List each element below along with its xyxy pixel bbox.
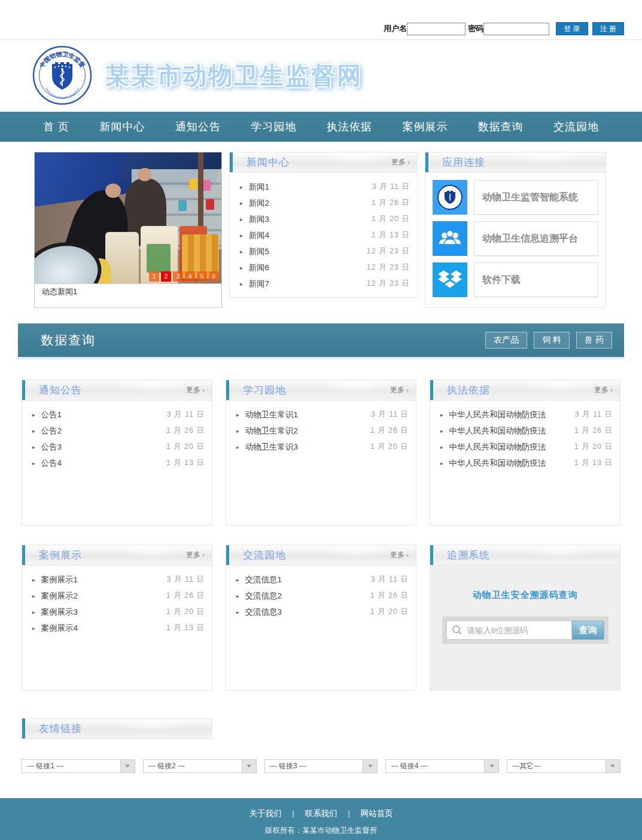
carousel-page[interactable]: 3 — [173, 271, 183, 282]
more-link[interactable]: 更多 › — [390, 550, 409, 560]
friend-link-select[interactable]: --- 链接3 --- — [264, 759, 378, 773]
nav-item[interactable]: 首 页 — [43, 120, 69, 134]
list-item[interactable]: ▸ 新闻4 1 月 13 日 — [237, 227, 410, 243]
list-item[interactable]: ▸ 案例展示4 1 月 13 日 — [29, 620, 205, 636]
panel-friend-links-header: 友情链接 — [22, 718, 212, 739]
trace-heading-link[interactable]: 动物卫生安全溯源码查询 — [430, 566, 620, 601]
footer-link-contact[interactable]: 联系我们 — [305, 809, 337, 818]
panel-accent-bar — [226, 380, 229, 400]
bullet-arrow-icon: ▸ — [240, 216, 243, 222]
dropdown-arrow-icon — [484, 760, 498, 772]
app-link-software-download[interactable]: 软件下载 — [433, 262, 598, 297]
more-link[interactable]: 更多 › — [390, 385, 409, 395]
data-query-banner: 数据查询 农产品饲 料兽 药 — [18, 323, 624, 359]
carousel-caption[interactable]: 动态新闻1 — [35, 283, 221, 299]
app-link-smart-system[interactable]: 动物卫生监管智能系统 — [433, 180, 598, 215]
panel-title: 友情链接 — [39, 722, 82, 735]
dropdown-arrow-icon — [242, 760, 256, 772]
list-item[interactable]: ▸ 新闻3 1 月 20 日 — [237, 211, 410, 227]
footer-link-about[interactable]: 关于我们 — [249, 809, 281, 818]
bullet-arrow-icon: ▸ — [240, 233, 243, 239]
list-item[interactable]: ▸ 动物卫生常识3 1 月 20 日 — [233, 439, 409, 455]
list-item[interactable]: ▸ 中华人民共和国动物防疫法 3 月 11 日 — [437, 407, 613, 423]
nav-item[interactable]: 学习园地 — [251, 120, 296, 134]
list-item-date: 12 月 23 日 — [367, 246, 410, 256]
list-item-title: 动物卫生常识3 — [245, 442, 370, 453]
list-item[interactable]: ▸ 公告1 3 月 11 日 — [29, 407, 205, 423]
password-input[interactable] — [483, 23, 549, 35]
list-item[interactable]: ▸ 中华人民共和国动物防疫法 1 月 26 日 — [437, 423, 613, 439]
nav-item[interactable]: 新闻中心 — [99, 120, 145, 134]
list-item[interactable]: ▸ 新闻5 12 月 23 日 — [237, 243, 410, 259]
friend-link-select[interactable]: --- 链接4 --- — [385, 759, 499, 773]
more-link[interactable]: 更多 › — [594, 385, 613, 395]
panel-accent-bar — [22, 545, 25, 565]
bullet-arrow-icon: ▸ — [32, 444, 35, 450]
people-icon — [433, 221, 467, 256]
list-item-date: 1 月 13 日 — [574, 458, 613, 468]
nav-item[interactable]: 执法依据 — [327, 120, 372, 134]
nav-item[interactable]: 通知公告 — [175, 120, 221, 134]
footer-link-home[interactable]: 网站首页 — [361, 809, 393, 818]
list-item-title: 新闻7 — [249, 279, 367, 289]
list-item-date: 1 月 26 日 — [370, 426, 409, 436]
data-query-category-button[interactable]: 农产品 — [485, 332, 527, 349]
trace-search-button[interactable]: 查询 — [572, 621, 604, 640]
list-item[interactable]: ▸ 公告4 1 月 13 日 — [29, 455, 205, 471]
list-item[interactable]: ▸ 案例展示2 1 月 26 日 — [29, 588, 205, 604]
list-item[interactable]: ▸ 案例展示3 1 月 20 日 — [29, 604, 205, 620]
nav-item[interactable]: 数据查询 — [478, 120, 524, 134]
more-arrow-icon: › — [202, 386, 205, 393]
carousel-page[interactable]: 6 — [209, 271, 219, 282]
panel-accent-bar — [230, 152, 233, 172]
list-item-date: 1 月 26 日 — [166, 591, 205, 601]
data-query-category-button[interactable]: 饲 料 — [534, 332, 570, 349]
list-item[interactable]: ▸ 新闻6 12 月 23 日 — [237, 259, 410, 276]
more-arrow-icon: › — [406, 386, 409, 393]
carousel-page[interactable]: 4 — [185, 271, 195, 282]
list-item[interactable]: ▸ 中华人民共和国动物防疫法 1 月 13 日 — [437, 455, 613, 471]
carousel-photo[interactable]: 123456 — [35, 152, 221, 283]
list-item-date: 1 月 20 日 — [370, 607, 409, 617]
data-query-category-button[interactable]: 兽 药 — [576, 332, 612, 349]
more-link[interactable]: 更多 › — [391, 157, 410, 167]
more-link[interactable]: 更多 › — [186, 385, 205, 395]
register-button[interactable]: 注 册 — [592, 22, 624, 35]
list-item[interactable]: ▸ 动物卫生常识2 1 月 26 日 — [233, 423, 409, 439]
list-item-date: 1 月 26 日 — [370, 591, 409, 601]
login-button[interactable]: 登 录 — [556, 22, 588, 35]
username-input[interactable] — [407, 23, 465, 35]
bullet-arrow-icon: ▸ — [440, 412, 443, 418]
main-nav: 首 页新闻中心通知公告学习园地执法依据案例展示数据查询交流园地 — [0, 112, 642, 142]
friend-link-select[interactable]: --- 链接2 --- — [143, 759, 257, 773]
list-item[interactable]: ▸ 公告2 1 月 26 日 — [29, 423, 205, 439]
list-item[interactable]: ▸ 动物卫生常识1 3 月 11 日 — [233, 407, 409, 423]
list-item-title: 新闻6 — [249, 262, 367, 273]
friend-link-select[interactable]: --- 链接1 --- — [22, 759, 135, 773]
list-item[interactable]: ▸ 案例展示1 3 月 11 日 — [29, 572, 205, 588]
list-item[interactable]: ▸ 新闻1 3 月 11 日 — [237, 179, 410, 195]
more-link[interactable]: 更多 › — [186, 550, 205, 560]
friend-link-select[interactable]: ---其它--- — [507, 759, 620, 773]
panel-trace-system: 追溯系统 动物卫生安全溯源码查询 查询 — [430, 545, 620, 691]
nav-item[interactable]: 交流园地 — [553, 120, 599, 134]
carousel-page[interactable]: 1 — [149, 271, 159, 282]
list-item[interactable]: ▸ 公告3 1 月 20 日 — [29, 439, 205, 455]
carousel-page[interactable]: 2 — [161, 271, 171, 282]
list-item[interactable]: ▸ 新闻7 12 月 23 日 — [237, 276, 410, 292]
list-item[interactable]: ▸ 交流信息3 1 月 20 日 — [233, 604, 409, 620]
list-item[interactable]: ▸ 中华人民共和国动物防疫法 1 月 20 日 — [437, 439, 613, 455]
list-item[interactable]: ▸ 新闻2 1 月 26 日 — [237, 195, 410, 211]
panel-title: 通知公告 — [39, 383, 82, 397]
copyright-text: 版权所有：某某市动物卫生监督所 — [0, 826, 642, 836]
list-item[interactable]: ▸ 交流信息1 3 月 11 日 — [233, 572, 409, 588]
list-item-date: 1 月 13 日 — [372, 230, 410, 240]
select-value: --- 链接2 --- — [144, 761, 185, 771]
trace-code-input[interactable] — [467, 626, 568, 635]
app-link-trace-platform[interactable]: 动物卫生信息追溯平台 — [433, 221, 598, 256]
carousel-page[interactable]: 5 — [197, 271, 207, 282]
data-query-title: 数据查询 — [41, 332, 96, 349]
list-item[interactable]: ▸ 交流信息2 1 月 26 日 — [233, 588, 409, 604]
list-item-date: 1 月 20 日 — [372, 214, 410, 224]
nav-item[interactable]: 案例展示 — [402, 120, 448, 134]
